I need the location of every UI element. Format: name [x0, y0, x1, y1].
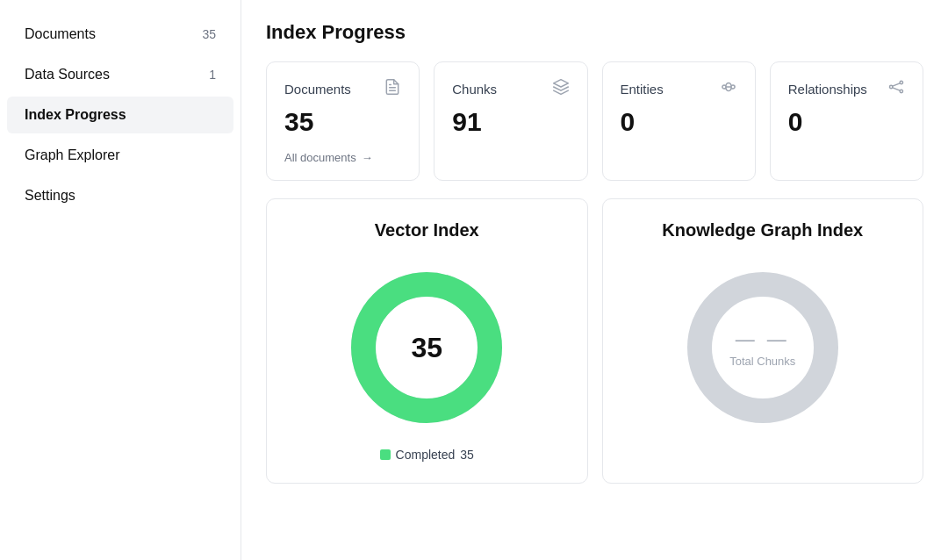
stat-card-entities: Entities 0 [602, 61, 756, 181]
document-icon [384, 78, 401, 100]
vector-index-card: Vector Index 35 Completed 35 [266, 198, 588, 484]
all-documents-link-text: All documents [284, 151, 356, 164]
sidebar-label-settings: Settings [25, 188, 75, 204]
stats-row: Documents 35 All documents → [266, 61, 923, 181]
sidebar-badge-documents: 35 [202, 27, 216, 41]
entities-icon [720, 78, 737, 100]
vector-index-legend: Completed 35 [380, 448, 474, 462]
grey-donut-center: — — Total Chunks [729, 328, 795, 368]
sidebar-label-graph-explorer: Graph Explorer [25, 147, 120, 163]
stat-card-relationships: Relationships 0 [770, 61, 923, 181]
stat-card-relationships-header: Relationships [788, 78, 905, 100]
chunks-icon [552, 78, 570, 100]
stat-value-relationships: 0 [788, 107, 905, 137]
stat-card-entities-header: Entities [621, 78, 737, 100]
stat-card-chunks: Chunks 91 [434, 61, 587, 181]
total-chunks-label: Total Chunks [729, 355, 795, 368]
vector-index-donut: 35 [348, 269, 506, 427]
page-title: Index Progress [266, 21, 923, 44]
legend-label-completed: Completed [396, 448, 456, 462]
sidebar-item-graph-explorer[interactable]: Graph Explorer [7, 137, 233, 174]
stat-card-chunks-header: Chunks [452, 78, 569, 100]
sidebar-item-documents[interactable]: Documents 35 [7, 16, 233, 53]
stat-value-chunks: 91 [452, 107, 569, 137]
all-documents-link[interactable]: All documents → [284, 151, 401, 164]
legend-value-completed: 35 [460, 448, 474, 462]
stat-value-entities: 0 [621, 107, 737, 137]
knowledge-graph-index-card: Knowledge Graph Index — — Total Chunks [602, 198, 924, 484]
knowledge-graph-index-title: Knowledge Graph Index [628, 220, 899, 241]
sidebar-badge-data-sources: 1 [209, 68, 216, 82]
stat-label-documents: Documents [284, 82, 351, 97]
sidebar-label-index-progress: Index Progress [25, 107, 126, 123]
arrow-right-icon: → [362, 151, 373, 164]
sidebar: Documents 35 Data Sources 1 Index Progre… [0, 0, 241, 560]
donut-center-value: 35 [411, 332, 442, 364]
vector-index-title: Vector Index [291, 220, 563, 241]
stat-value-documents: 35 [284, 107, 401, 137]
stat-card-documents: Documents 35 All documents → [266, 61, 420, 181]
sidebar-item-settings[interactable]: Settings [7, 177, 233, 214]
sidebar-label-documents: Documents [25, 26, 96, 42]
stat-card-documents-header: Documents [284, 78, 401, 100]
bottom-row: Vector Index 35 Completed 35 [266, 198, 923, 484]
main-content: Index Progress Documents 35 All do [241, 0, 948, 560]
legend-dot-completed [380, 449, 391, 460]
donut-center: 35 [411, 332, 442, 364]
sidebar-label-data-sources: Data Sources [25, 67, 110, 83]
stat-label-entities: Entities [621, 82, 664, 97]
grey-dash-text: — — [729, 328, 795, 351]
stat-label-relationships: Relationships [788, 82, 867, 97]
stat-label-chunks: Chunks [452, 82, 497, 97]
sidebar-item-index-progress[interactable]: Index Progress [7, 97, 233, 133]
knowledge-graph-donut: — — Total Chunks [684, 269, 842, 427]
relationships-icon [887, 78, 905, 100]
sidebar-item-data-sources[interactable]: Data Sources 1 [7, 56, 233, 93]
